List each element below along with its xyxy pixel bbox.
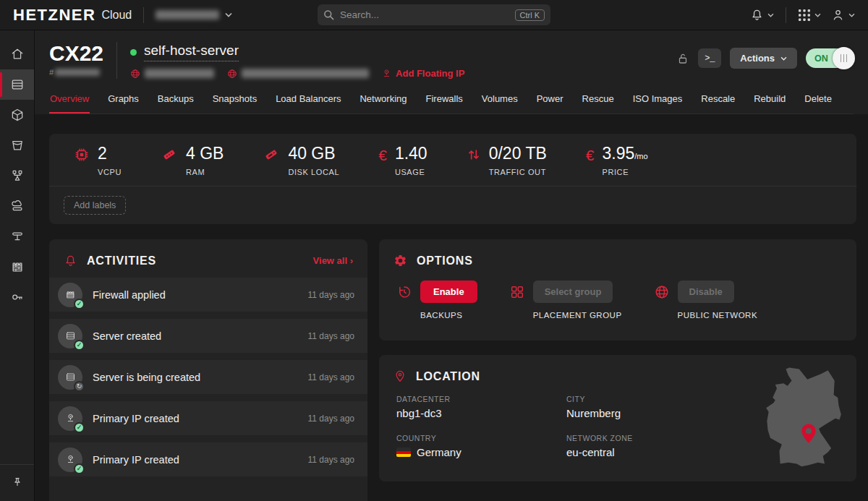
server-tabs: Overview Graphs Backups Snapshots Load B… bbox=[49, 89, 854, 114]
activity-time: 11 days ago bbox=[308, 455, 355, 465]
germany-flag-icon bbox=[396, 448, 411, 457]
notifications-menu[interactable] bbox=[750, 8, 774, 22]
activity-time: 11 days ago bbox=[308, 331, 355, 341]
sidebar-item-home[interactable] bbox=[0, 39, 34, 69]
firewall-icon bbox=[10, 260, 25, 274]
pushpin-icon bbox=[11, 476, 24, 489]
power-toggle-label: ON bbox=[814, 53, 828, 64]
activity-text: Firewall applied bbox=[93, 289, 166, 301]
stat-price: € 3.95/mo PRICE bbox=[586, 145, 648, 176]
actions-button[interactable]: Actions bbox=[730, 48, 797, 69]
server-icon bbox=[65, 330, 76, 341]
germany-map bbox=[765, 365, 843, 473]
add-labels-button[interactable]: Add labels bbox=[64, 196, 126, 215]
success-badge: ✓ bbox=[74, 422, 85, 433]
tab-iso-images[interactable]: ISO Images bbox=[632, 89, 684, 114]
main-content: CX22 # self-host-server bbox=[35, 30, 868, 501]
sidebar-pin-toggle[interactable] bbox=[0, 468, 34, 498]
tab-rescue[interactable]: Rescue bbox=[582, 89, 615, 114]
tab-load-balancers[interactable]: Load Balancers bbox=[275, 89, 341, 114]
server-id-redacted bbox=[55, 69, 100, 76]
ipv4-address[interactable] bbox=[130, 69, 214, 79]
view-all-link[interactable]: View all › bbox=[313, 255, 353, 266]
stat-disk: 40 GB DISK LOCAL bbox=[263, 145, 339, 176]
location-field-country: COUNTRY Germany bbox=[396, 434, 566, 458]
power-toggle[interactable]: ON bbox=[806, 48, 854, 68]
activity-time: 11 days ago bbox=[308, 372, 355, 382]
project-name-redacted bbox=[156, 10, 219, 20]
console-button[interactable]: >_ bbox=[698, 48, 721, 68]
tab-snapshots[interactable]: Snapshots bbox=[212, 89, 258, 114]
ipv6-address[interactable] bbox=[227, 69, 369, 79]
sidebar-item-servers[interactable] bbox=[0, 69, 34, 100]
activity-row: ✓ Primary IP created 11 days ago bbox=[49, 401, 367, 435]
field-label: DATACENTER bbox=[396, 395, 566, 403]
option-label: PUBLIC NETWORK bbox=[678, 311, 758, 320]
field-value: Nuremberg bbox=[566, 407, 736, 419]
tab-rebuild[interactable]: Rebuild bbox=[753, 89, 786, 114]
tab-delete[interactable]: Delete bbox=[804, 89, 833, 114]
header-vertical-divider bbox=[116, 42, 117, 79]
traffic-arrows-icon bbox=[467, 147, 481, 163]
project-selector[interactable] bbox=[156, 10, 232, 20]
sidebar-item-load-balancers[interactable] bbox=[0, 221, 34, 252]
actions-label: Actions bbox=[740, 53, 775, 64]
apps-grid-icon bbox=[798, 9, 811, 22]
server-header: CX22 # self-host-server bbox=[35, 30, 868, 114]
apps-menu[interactable] bbox=[798, 9, 821, 22]
success-badge: ✓ bbox=[74, 340, 85, 351]
activity-text: Primary IP created bbox=[93, 413, 179, 424]
enable-backups-button[interactable]: Enable bbox=[420, 281, 477, 303]
chevron-down-icon bbox=[225, 12, 232, 17]
tab-rescale[interactable]: Rescale bbox=[700, 89, 736, 114]
backup-history-icon bbox=[396, 284, 412, 300]
topbar-right bbox=[750, 7, 855, 23]
disable-public-network-button[interactable]: Disable bbox=[678, 281, 734, 303]
field-value: nbg1-dc3 bbox=[396, 407, 566, 419]
search-placeholder: Search... bbox=[340, 9, 509, 20]
activities-card: ACTIVITIES View all › ✓ Firewall applied bbox=[49, 239, 367, 501]
select-group-button[interactable]: Select group bbox=[533, 281, 613, 303]
activity-avatar: ✓ bbox=[58, 283, 82, 307]
server-name[interactable]: self-host-server bbox=[144, 43, 239, 61]
activity-row: ↻ Server is being created 11 days ago bbox=[49, 360, 367, 394]
sidebar-item-networks[interactable] bbox=[0, 160, 34, 191]
server-status-dot bbox=[130, 49, 137, 56]
field-label: CITY bbox=[566, 395, 736, 403]
activities-title: ACTIVITIES bbox=[87, 254, 156, 267]
tab-graphs[interactable]: Graphs bbox=[107, 89, 140, 114]
field-value: eu-central bbox=[566, 446, 736, 458]
germany-map-icon bbox=[765, 365, 843, 470]
unlock-icon[interactable] bbox=[676, 51, 689, 66]
sidebar-item-volumes[interactable] bbox=[0, 100, 34, 130]
sidebar-item-security[interactable] bbox=[0, 282, 34, 312]
activity-row: ✓ Primary IP created 11 days ago bbox=[49, 442, 367, 476]
search-input[interactable]: Search... Ctrl K bbox=[318, 4, 550, 25]
tab-backups[interactable]: Backups bbox=[157, 89, 195, 114]
sidebar-item-floating-ips[interactable] bbox=[0, 191, 34, 221]
user-menu[interactable] bbox=[831, 8, 855, 22]
add-floating-ip-button[interactable]: Add Floating IP bbox=[382, 68, 464, 79]
tab-volumes[interactable]: Volumes bbox=[481, 89, 519, 114]
tab-firewalls[interactable]: Firewalls bbox=[425, 89, 464, 114]
power-toggle-knob[interactable] bbox=[833, 47, 855, 69]
tab-networking[interactable]: Networking bbox=[359, 89, 407, 114]
tab-overview[interactable]: Overview bbox=[49, 89, 90, 114]
sidebar-item-object-storage[interactable] bbox=[0, 130, 34, 160]
activity-avatar: ✓ bbox=[58, 324, 82, 348]
top-bar: HETZNER Cloud Search... Ctrl K bbox=[0, 0, 868, 30]
ipv4-redacted bbox=[145, 69, 214, 78]
bell-icon bbox=[750, 8, 764, 22]
firewall-icon bbox=[65, 289, 76, 300]
server-stats-card: 2 VCPU 4 GB RAM bbox=[49, 134, 856, 224]
stat-vcpu: 2 VCPU bbox=[74, 145, 122, 176]
tab-power[interactable]: Power bbox=[536, 89, 564, 114]
search-icon bbox=[323, 9, 334, 20]
sidebar-item-firewalls[interactable] bbox=[0, 252, 34, 282]
floating-ip-add-icon bbox=[382, 69, 391, 78]
stat-label: PRICE bbox=[602, 168, 647, 176]
progress-badge: ↻ bbox=[74, 381, 85, 392]
chevron-down-icon bbox=[814, 13, 821, 17]
option-placement-group: Select group PLACEMENT GROUP bbox=[509, 281, 622, 320]
success-badge: ✓ bbox=[74, 299, 85, 309]
